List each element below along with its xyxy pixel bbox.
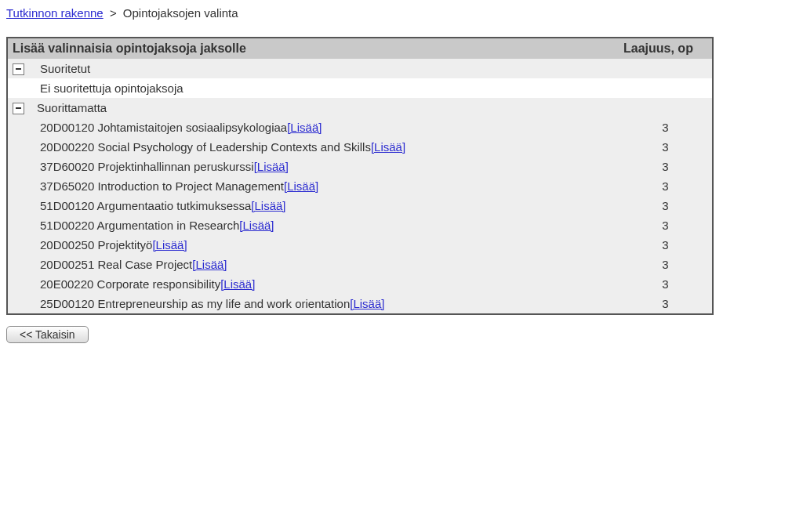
collapse-icon[interactable] [13,63,24,75]
breadcrumb-current: Opintojaksojen valinta [123,6,238,20]
credits-cell: 3 [619,294,713,314]
course-name: 51D00120 Argumentaatio tutkimuksessa [40,199,251,212]
add-link[interactable]: [Lisää] [284,179,318,193]
credits-cell: 3 [619,255,713,274]
course-name: 20E00220 Corporate responsibility [40,277,220,291]
credits-cell: 3 [619,274,713,294]
table-row: 51D00120 Argumentaatio tutkimuksessa[Lis… [7,196,713,215]
credits-cell: 3 [619,157,713,176]
back-button[interactable]: << Takaisin [6,326,89,343]
no-completed-text: Ei suoritettuja opintojaksoja [35,78,619,98]
add-link[interactable]: [Lisää] [254,160,289,173]
credits-cell: 3 [619,215,713,235]
add-link[interactable]: [Lisää] [251,199,285,212]
add-link[interactable]: [Lisää] [152,238,187,252]
breadcrumb: Tutkinnon rakenne > Opintojaksojen valin… [6,3,797,37]
breadcrumb-separator: > [107,6,120,20]
table-row: 20E00220 Corporate responsibility[Lisää]… [7,274,713,294]
collapse-icon[interactable] [13,103,24,114]
course-table: Lisää valinnaisia opintojaksoja jaksolle… [6,37,714,315]
course-name-cell: 20D00220 Social Psychology of Leadership… [35,137,619,157]
add-link[interactable]: [Lisää] [220,277,255,291]
course-name-cell: 20D00250 Projektityö[Lisää] [35,235,619,255]
section-label-pending: Suorittamatta [35,98,619,118]
table-row: 37D60020 Projektinhallinnan peruskurssi[… [7,157,713,176]
table-row: 20D00250 Projektityö[Lisää]3 [7,235,713,255]
course-name: 20D00220 Social Psychology of Leadership… [40,140,371,154]
section-row-pending: Suorittamatta [7,98,713,118]
header-title: Lisää valinnaisia opintojaksoja jaksolle [7,38,619,59]
course-name-cell: 25D00120 Entrepreneurship as my life and… [35,294,619,314]
table-row: 20D00251 Real Case Project[Lisää]3 [7,255,713,274]
course-name: 20D00250 Projektityö [40,238,152,252]
course-name: 51D00220 Argumentation in Research [40,219,239,232]
header-credits: Laajuus, op [619,38,713,59]
course-name-cell: 20D00251 Real Case Project[Lisää] [35,255,619,274]
course-name: 37D65020 Introduction to Project Managem… [40,179,284,193]
credits-cell [619,59,713,78]
add-link[interactable]: [Lisää] [350,297,384,310]
course-name-cell: 37D60020 Projektinhallinnan peruskurssi[… [35,157,619,176]
credits-cell: 3 [619,176,713,196]
course-name: 25D00120 Entrepreneurship as my life and… [40,297,350,310]
course-name: 20D00120 Johtamistaitojen sosiaalipsykol… [40,121,287,134]
credits-cell: 3 [619,235,713,255]
add-link[interactable]: [Lisää] [192,258,227,271]
table-row: 25D00120 Entrepreneurship as my life and… [7,294,713,314]
course-name-cell: 20D00120 Johtamistaitojen sosiaalipsykol… [35,118,619,137]
course-name-cell: 51D00120 Argumentaatio tutkimuksessa[Lis… [35,196,619,215]
course-name: 37D60020 Projektinhallinnan peruskurssi [40,160,254,173]
credits-cell: 3 [619,118,713,137]
section-row-completed: Suoritetut [7,59,713,78]
credits-cell: 3 [619,196,713,215]
course-name: 20D00251 Real Case Project [40,258,192,271]
course-name-cell: 20E00220 Corporate responsibility[Lisää] [35,274,619,294]
table-row: 51D00220 Argumentation in Research[Lisää… [7,215,713,235]
add-link[interactable]: [Lisää] [239,219,274,232]
course-name-cell: 51D00220 Argumentation in Research[Lisää… [35,215,619,235]
no-completed-row: Ei suoritettuja opintojaksoja [7,78,713,98]
course-name-cell: 37D65020 Introduction to Project Managem… [35,176,619,196]
section-label-completed: Suoritetut [35,59,619,78]
table-row: 37D65020 Introduction to Project Managem… [7,176,713,196]
add-link[interactable]: [Lisää] [287,121,322,134]
credits-cell: 3 [619,137,713,157]
credits-cell [619,98,713,118]
breadcrumb-link[interactable]: Tutkinnon rakenne [6,6,104,20]
add-link[interactable]: [Lisää] [371,140,405,154]
table-row: 20D00120 Johtamistaitojen sosiaalipsykol… [7,118,713,137]
table-row: 20D00220 Social Psychology of Leadership… [7,137,713,157]
